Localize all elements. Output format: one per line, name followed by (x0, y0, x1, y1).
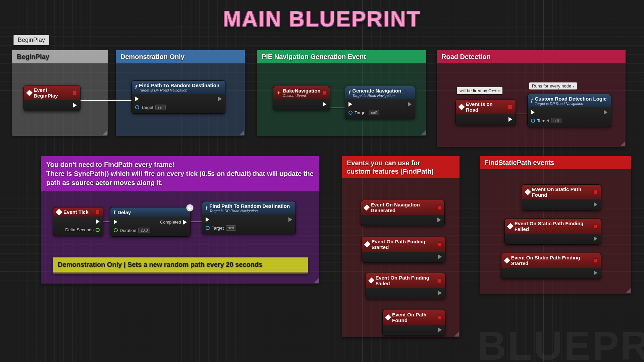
exec-out-pin[interactable] (594, 202, 597, 207)
resize-handle-icon[interactable] (626, 288, 631, 293)
node-title: Custom Road Detection Logic (535, 96, 606, 102)
breakpoint-icon[interactable] (593, 258, 597, 263)
node-header: f Find Path To Random Destination Target… (202, 201, 296, 215)
node-event-static-found[interactable]: Event On Static Path Found (522, 184, 601, 210)
node-event-path-started[interactable]: Event On Path Finding Started (362, 237, 445, 263)
page-title: MAIN BLUEPRINT (223, 7, 421, 32)
delta-seconds-pin[interactable]: Delta Seconds (65, 227, 100, 232)
node-event-is-on-road[interactable]: Event Is on Road (455, 99, 516, 125)
exec-out-pin[interactable] (96, 219, 100, 224)
breakpoint-icon[interactable] (437, 205, 441, 210)
exec-out-pin[interactable] (438, 327, 442, 332)
comment-demo-header[interactable]: Demonstration Only (116, 50, 245, 63)
breakpoint-icon[interactable] (593, 224, 597, 229)
comment-beginplay-header[interactable]: BeginPlay (12, 50, 108, 63)
node-event-beginplay[interactable]: Event BeginPlay (23, 85, 80, 111)
exec-in-pin[interactable] (348, 102, 379, 107)
note-fired-by-cpp[interactable]: will be fired by C++▾ (457, 87, 502, 94)
node-custom-road-detection[interactable]: f Custom Road Detection Logic Target is … (527, 94, 611, 127)
completed-pin[interactable]: Completed (160, 220, 187, 225)
node-event-path-found[interactable]: Event On Path Found (382, 310, 445, 336)
node-header: Event On Path Finding Failed (366, 273, 445, 288)
exec-out-pin[interactable] (437, 218, 441, 222)
breakpoint-icon[interactable] (95, 210, 100, 214)
exec-out-pin[interactable] (408, 102, 412, 107)
resize-handle-icon[interactable] (102, 130, 107, 135)
node-header: f Generate Navigation Target is Road Nav… (345, 86, 415, 99)
target-pin[interactable]: Targetself (206, 225, 236, 231)
exec-out-pin[interactable] (438, 254, 442, 259)
breakpoint-icon[interactable] (438, 279, 442, 283)
comment-pie-header[interactable]: PIE Navigation Generation Event (257, 50, 426, 63)
exec-in-pin[interactable] (114, 220, 150, 224)
breakpoint-icon[interactable] (438, 242, 442, 247)
comment-findstatic-header[interactable]: FindStaticPath events (480, 156, 631, 169)
target-pin[interactable]: Targetself (135, 105, 166, 110)
node-subtitle: Target is DP Road Navigation (139, 88, 219, 92)
node-event-static-failed[interactable]: Event On Static Path Finding Failed (504, 219, 601, 245)
exec-out-pin[interactable] (594, 270, 597, 275)
exec-out-pin[interactable] (438, 291, 442, 295)
resize-handle-icon[interactable] (314, 278, 319, 283)
node-findpath-2[interactable]: f Find Path To Random Destination Target… (202, 201, 296, 234)
exec-out-pin[interactable] (73, 103, 77, 108)
resize-handle-icon[interactable] (620, 141, 625, 146)
node-title: Find Path To Random Destination (139, 82, 219, 88)
node-event-nav-generated[interactable]: Event On Navigation Generated (361, 200, 445, 226)
node-title: Event On Static Path Finding Started (511, 255, 591, 266)
event-icon (26, 89, 33, 96)
event-icon (507, 223, 514, 230)
node-event-tick[interactable]: Event Tick Delta Seconds (53, 207, 103, 236)
resize-handle-icon[interactable] (454, 332, 459, 337)
node-bakenavigation[interactable]: ✦ BakeNavigation Custom Event (273, 86, 330, 110)
exec-out-pin[interactable] (604, 110, 607, 115)
exec-out-pin[interactable] (508, 117, 512, 122)
event-icon (368, 278, 374, 284)
breakpoint-icon[interactable] (593, 190, 597, 194)
exec-out-pin[interactable] (218, 97, 222, 101)
exec-in-pin[interactable] (206, 217, 236, 222)
node-event-static-started[interactable]: Event On Static Path Finding Started (501, 253, 601, 279)
node-findpath-1[interactable]: f Find Path To Random Destination Target… (131, 80, 225, 114)
breakpoint-icon[interactable] (438, 315, 442, 320)
target-pin[interactable]: Targetself (531, 118, 561, 123)
comment-yellow-note-text: Demonstration Only | Sets a new random p… (53, 257, 308, 272)
note-runs-every-node[interactable]: Runs for every node▾ (529, 82, 577, 89)
node-header: Event On Path Finding Started (362, 237, 445, 252)
function-icon: f (114, 209, 115, 215)
target-pin[interactable]: Targetself (348, 110, 379, 115)
event-icon (56, 209, 62, 216)
exec-out-pin[interactable] (594, 236, 597, 241)
comment-purple-header[interactable]: You don't need to FindPath every frame! … (41, 156, 319, 191)
comment-yellow-note[interactable]: Demonstration Only | Sets a new random p… (53, 257, 308, 274)
exec-out-pin[interactable] (323, 102, 326, 107)
exec-out-pin[interactable] (288, 217, 292, 222)
node-header: ✦ BakeNavigation Custom Event (273, 86, 330, 99)
comment-events-findpath-header[interactable]: Events you can use forcustom features (F… (342, 156, 460, 178)
node-header: Event On Navigation Generated (361, 200, 444, 215)
node-title: Event On Static Path Finding Failed (515, 221, 591, 232)
function-icon: f (135, 84, 137, 90)
breakpoint-icon[interactable] (508, 105, 512, 109)
node-header: Event On Static Path Finding Failed (505, 219, 601, 234)
node-delay[interactable]: f Delay 🕐 Duration20.0 Completed (110, 207, 191, 237)
node-header: f Custom Road Detection Logic Target is … (528, 94, 611, 107)
comment-road-header[interactable]: Road Detection (437, 50, 626, 63)
breakpoint-icon[interactable] (323, 90, 326, 95)
duration-input[interactable]: 20.0 (138, 228, 150, 233)
resize-handle-icon[interactable] (421, 130, 426, 135)
duration-pin[interactable]: Duration20.0 (114, 228, 150, 233)
event-icon (364, 241, 371, 248)
resize-handle-icon[interactable] (239, 130, 244, 135)
exec-in-pin[interactable] (135, 97, 166, 101)
chevron-icon: ▾ (498, 89, 500, 93)
clock-icon: 🕐 (186, 204, 194, 212)
node-generate-navigation[interactable]: f Generate Navigation Target is Road Nav… (345, 86, 415, 119)
node-event-path-failed[interactable]: Event On Path Finding Failed (366, 273, 445, 299)
event-icon (364, 204, 370, 210)
node-title: Event BeginPlay (34, 87, 71, 99)
exec-in-pin[interactable] (531, 110, 561, 115)
breakpoint-icon[interactable] (73, 91, 77, 95)
node-header: f Find Path To Random Destination Target… (132, 81, 225, 94)
node-header: Event On Static Path Found (522, 185, 601, 199)
